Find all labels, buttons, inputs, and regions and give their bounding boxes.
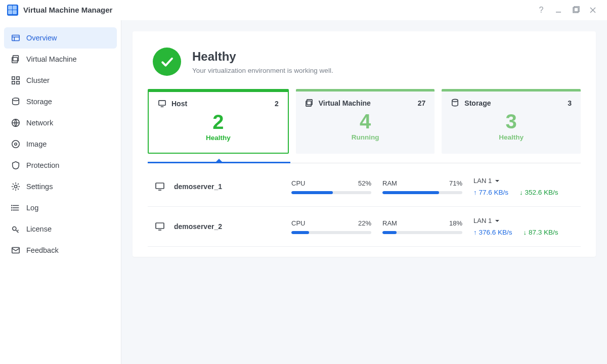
ram-label: RAM bbox=[382, 219, 397, 227]
status-summary: Healthy Your virtualization environment … bbox=[148, 48, 581, 76]
sidebar-item-overview[interactable]: Overview bbox=[4, 27, 117, 49]
card-count: 27 bbox=[418, 99, 426, 107]
card-count: 2 bbox=[275, 100, 279, 108]
svg-point-14 bbox=[13, 98, 19, 101]
summary-card-virtual-machine[interactable]: Virtual Machine274Running bbox=[296, 89, 435, 154]
sidebar-item-label: Protection bbox=[26, 161, 59, 169]
sidebar-item-label: Network bbox=[26, 119, 53, 127]
cpu-value: 52% bbox=[358, 179, 371, 187]
image-icon bbox=[11, 140, 20, 149]
svg-rect-12 bbox=[12, 81, 15, 84]
sidebar-item-label: Virtual Machine bbox=[26, 55, 77, 63]
host-name: demoserver_2 bbox=[174, 222, 222, 231]
sidebar-item-cluster[interactable]: Cluster bbox=[4, 70, 117, 91]
maximize-button[interactable] bbox=[569, 3, 583, 17]
summary-card-host[interactable]: Host22Healthy bbox=[148, 89, 289, 154]
chevron-down-icon bbox=[495, 178, 500, 184]
close-button[interactable] bbox=[586, 3, 600, 17]
card-status-label: Running bbox=[305, 133, 426, 141]
lan-download: ↓87.3 KB/s bbox=[524, 229, 558, 236]
lan-download: ↓352.6 KB/s bbox=[519, 189, 558, 196]
summary-cards: Host22HealthyVirtual Machine274RunningSt… bbox=[148, 89, 581, 154]
card-big-number: 2 bbox=[158, 111, 279, 133]
host-icon bbox=[155, 182, 165, 191]
sidebar-item-label: Cluster bbox=[26, 76, 50, 84]
ram-bar bbox=[382, 231, 462, 234]
svg-rect-27 bbox=[159, 101, 165, 105]
summary-card-storage[interactable]: Storage33Healthy bbox=[442, 89, 581, 154]
sidebar-item-virtual-machine[interactable]: Virtual Machine bbox=[4, 49, 117, 70]
lan-upload: ↑77.6 KB/s bbox=[473, 189, 508, 196]
status-title: Healthy bbox=[192, 50, 333, 64]
svg-point-22 bbox=[11, 205, 12, 206]
feedback-icon bbox=[11, 246, 20, 255]
sidebar-item-storage[interactable]: Storage bbox=[4, 91, 117, 112]
license-icon bbox=[11, 224, 20, 234]
sidebar-item-log[interactable]: Log bbox=[4, 197, 117, 218]
minimize-button[interactable] bbox=[551, 3, 566, 17]
arrow-up-icon: ↑ bbox=[473, 229, 477, 236]
lan-selector[interactable]: LAN 1 bbox=[473, 217, 595, 224]
sidebar-item-image[interactable]: Image bbox=[4, 133, 117, 155]
sidebar-item-network[interactable]: Network bbox=[4, 112, 117, 133]
settings-icon bbox=[11, 182, 20, 191]
sidebar-item-settings[interactable]: Settings bbox=[4, 176, 117, 197]
svg-point-17 bbox=[15, 143, 17, 146]
ram-bar bbox=[382, 191, 462, 194]
overview-icon bbox=[11, 33, 20, 42]
card-status-label: Healthy bbox=[451, 133, 572, 141]
svg-rect-10 bbox=[12, 77, 15, 79]
sidebar-item-label: Storage bbox=[26, 98, 52, 106]
network-icon bbox=[11, 118, 20, 127]
sidebar-item-protection[interactable]: Protection bbox=[4, 155, 117, 176]
lan-selector[interactable]: LAN 1 bbox=[473, 177, 595, 185]
card-icon bbox=[451, 99, 459, 107]
overview-panel: Healthy Your virtualization environment … bbox=[133, 31, 596, 257]
arrow-down-icon: ↓ bbox=[524, 229, 527, 236]
host-list: demoserver_1CPU52%RAM71%LAN 1↑77.6 KB/s↓… bbox=[148, 167, 581, 247]
svg-point-24 bbox=[11, 210, 12, 210]
lan-metric: LAN 1↑77.6 KB/s↓352.6 KB/s bbox=[473, 177, 595, 196]
card-icon bbox=[305, 99, 314, 107]
svg-point-31 bbox=[452, 99, 458, 102]
cpu-bar bbox=[291, 231, 371, 234]
card-title: Storage bbox=[464, 99, 562, 107]
host-row[interactable]: demoserver_1CPU52%RAM71%LAN 1↑77.6 KB/s↓… bbox=[148, 167, 581, 207]
svg-rect-11 bbox=[17, 77, 19, 79]
app-icon bbox=[7, 5, 18, 16]
chevron-down-icon bbox=[495, 218, 500, 223]
cpu-bar bbox=[291, 191, 371, 194]
storage-icon bbox=[11, 97, 20, 106]
lan-metric: LAN 1↑376.6 KB/s↓87.3 KB/s bbox=[473, 217, 595, 236]
cpu-label: CPU bbox=[291, 219, 305, 227]
ram-metric: RAM71% bbox=[382, 179, 473, 194]
lan-label: LAN 1 bbox=[473, 217, 492, 224]
lan-label: LAN 1 bbox=[473, 177, 492, 185]
sidebar-item-license[interactable]: License bbox=[4, 218, 117, 240]
sidebar-item-label: Feedback bbox=[26, 246, 59, 254]
sidebar-item-label: Image bbox=[26, 140, 47, 148]
sidebar-item-feedback[interactable]: Feedback bbox=[4, 240, 117, 261]
sidebar-item-label: Overview bbox=[26, 34, 57, 42]
svg-rect-34 bbox=[156, 223, 164, 229]
help-button[interactable]: ? bbox=[534, 3, 548, 17]
svg-rect-32 bbox=[156, 183, 164, 189]
cluster-icon bbox=[11, 76, 20, 85]
cpu-value: 22% bbox=[358, 219, 371, 227]
host-name: demoserver_1 bbox=[174, 183, 222, 191]
main-content: Healthy Your virtualization environment … bbox=[121, 20, 607, 364]
svg-rect-13 bbox=[17, 81, 19, 84]
ram-value: 71% bbox=[449, 179, 462, 187]
vm-icon bbox=[11, 55, 20, 64]
arrow-up-icon: ↑ bbox=[473, 189, 477, 196]
card-icon bbox=[158, 99, 166, 108]
protection-icon bbox=[11, 161, 20, 170]
sidebar-item-label: Settings bbox=[26, 183, 53, 191]
app-title: Virtual Machine Manager bbox=[23, 6, 112, 14]
host-row[interactable]: demoserver_2CPU22%RAM18%LAN 1↑376.6 KB/s… bbox=[148, 207, 581, 247]
svg-point-23 bbox=[11, 208, 12, 208]
card-marker bbox=[148, 156, 581, 165]
sidebar: OverviewVirtual MachineClusterStorageNet… bbox=[0, 20, 121, 364]
svg-point-16 bbox=[12, 141, 19, 148]
card-title: Host bbox=[171, 100, 270, 108]
